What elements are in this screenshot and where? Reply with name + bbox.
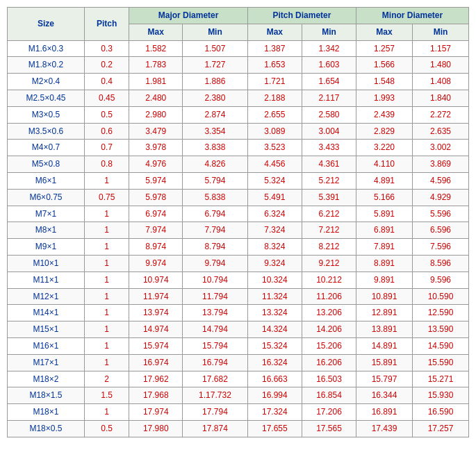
table-row: M3.5×0.60.63.4793.3543.0893.0042.8292.63…	[8, 123, 469, 140]
dimension-cell: 10.794	[183, 271, 248, 288]
dimension-cell: 17.974	[129, 404, 183, 421]
dimension-cell: 4.596	[412, 172, 468, 189]
pitch-cell: 1	[84, 255, 129, 271]
dimension-cell: 6.212	[302, 206, 356, 222]
dimension-cell: 6.596	[412, 222, 468, 239]
dimension-cell: 3.433	[302, 140, 356, 156]
dimension-cell: 2.635	[412, 123, 468, 140]
table-row: M12×1111.97411.79411.32411.20610.89110.5…	[8, 288, 469, 305]
dimension-cell: 1.993	[356, 90, 413, 106]
table-row: M11×1110.97410.79410.32410.2129.8919.596	[8, 271, 469, 288]
dimension-cell: 16.663	[247, 371, 302, 387]
header-major-diameter: Major Diameter	[129, 8, 247, 24]
dimension-cell: 14.206	[302, 321, 356, 338]
pitch-cell: 1	[84, 206, 129, 222]
size-cell: M8×1	[8, 222, 85, 239]
dimension-cell: 2.874	[183, 106, 248, 123]
dimension-cell: 15.590	[412, 354, 468, 371]
dimension-cell: 1.342	[302, 40, 356, 57]
dimension-cell: 1.507	[183, 40, 248, 57]
dimension-cell: 13.590	[412, 321, 468, 338]
dimension-cell: 15.271	[412, 371, 468, 387]
dimension-cell: 15.206	[302, 337, 356, 354]
dimension-cell: 1.603	[302, 57, 356, 74]
header-pitch: Pitch	[84, 8, 129, 41]
dimension-cell: 1.653	[247, 57, 302, 74]
table-row: M18×0.50.517.98017.87417.65517.56517.439…	[8, 420, 469, 437]
dimension-cell: 3.479	[129, 123, 183, 140]
table-row: M6×0.750.755.9785.8385.4915.3915.1664.92…	[8, 189, 469, 206]
pitch-max-header: Max	[247, 24, 302, 40]
dimension-cell: 1.566	[356, 57, 413, 74]
dimension-cell: 1.387	[247, 40, 302, 57]
dimension-cell: 1.727	[183, 57, 248, 74]
dimension-cell: 5.974	[129, 172, 183, 189]
dimension-cell: 5.491	[247, 189, 302, 206]
dimension-cell: 2.188	[247, 90, 302, 106]
size-cell: M5×0.8	[8, 156, 85, 173]
table-row: M18×1.51.517.9681.17.73216.99416.85416.3…	[8, 387, 469, 404]
dimension-cell: 11.206	[302, 288, 356, 305]
pitch-cell: 0.7	[84, 140, 129, 156]
pitch-cell: 1	[84, 172, 129, 189]
size-cell: M18×1.5	[8, 387, 85, 404]
dimension-cell: 8.212	[302, 239, 356, 256]
dimension-cell: 17.968	[129, 387, 183, 404]
dimension-cell: 13.891	[356, 321, 413, 338]
dimension-cell: 1.582	[129, 40, 183, 57]
pitch-cell: 0.45	[84, 90, 129, 106]
pitch-cell: 0.5	[84, 420, 129, 437]
pitch-cell: 1	[84, 404, 129, 421]
dimension-cell: 4.456	[247, 156, 302, 173]
dimension-cell: 13.974	[129, 305, 183, 321]
dimension-cell: 3.978	[129, 140, 183, 156]
dimension-cell: 9.596	[412, 271, 468, 288]
dimension-cell: 10.212	[302, 271, 356, 288]
size-cell: M2×0.4	[8, 74, 85, 90]
dimension-cell: 7.212	[302, 222, 356, 239]
dimension-cell: 16.503	[302, 371, 356, 387]
table-row: M15×1114.97414.79414.32414.20613.89113.5…	[8, 321, 469, 338]
header-size: Size	[8, 8, 85, 41]
major-max-header: Max	[129, 24, 183, 40]
dimension-cell: 6.794	[183, 206, 248, 222]
size-cell: M9×1	[8, 239, 85, 256]
dimension-cell: 15.974	[129, 337, 183, 354]
size-cell: M1.6×0.3	[8, 40, 85, 57]
size-cell: M15×1	[8, 321, 85, 338]
dimension-cell: 7.974	[129, 222, 183, 239]
dimension-cell: 16.994	[247, 387, 302, 404]
table-row: M8×117.9747.7947.3247.2126.8916.596	[8, 222, 469, 239]
pitch-cell: 1	[84, 321, 129, 338]
dimension-cell: 12.891	[356, 305, 413, 321]
dimension-cell: 8.794	[183, 239, 248, 256]
dimension-cell: 17.206	[302, 404, 356, 421]
table-row: M17×1116.97416.79416.32416.20615.89115.5…	[8, 354, 469, 371]
dimension-cell: 12.590	[412, 305, 468, 321]
size-cell: M6×0.75	[8, 189, 85, 206]
dimension-cell: 1.17.732	[183, 387, 248, 404]
dimension-cell: 16.974	[129, 354, 183, 371]
pitch-cell: 1	[84, 288, 129, 305]
pitch-cell: 0.75	[84, 189, 129, 206]
dimension-cell: 6.891	[356, 222, 413, 239]
dimension-cell: 16.590	[412, 404, 468, 421]
dimension-cell: 16.854	[302, 387, 356, 404]
dimension-cell: 4.929	[412, 189, 468, 206]
dimension-cell: 5.838	[183, 189, 248, 206]
dimension-cell: 17.682	[183, 371, 248, 387]
dimension-cell: 5.978	[129, 189, 183, 206]
dimension-cell: 2.480	[129, 90, 183, 106]
table-row: M1.6×0.30.31.5821.5071.3871.3421.2571.15…	[8, 40, 469, 57]
dimension-cell: 9.974	[129, 255, 183, 271]
dimension-cell: 6.974	[129, 206, 183, 222]
pitch-cell: 1	[84, 222, 129, 239]
dimension-cell: 17.257	[412, 420, 468, 437]
dimension-cell: 16.206	[302, 354, 356, 371]
pitch-cell: 1	[84, 354, 129, 371]
dimension-cell: 6.324	[247, 206, 302, 222]
dimension-cell: 14.324	[247, 321, 302, 338]
dimension-cell: 14.794	[183, 321, 248, 338]
dimension-cell: 15.324	[247, 337, 302, 354]
dimension-cell: 8.891	[356, 255, 413, 271]
